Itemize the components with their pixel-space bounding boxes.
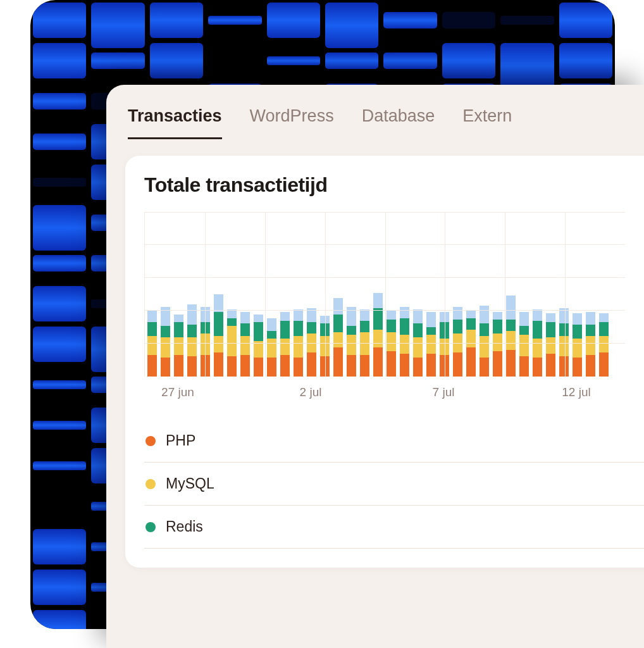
bar bbox=[426, 312, 436, 377]
legend-item-mysql[interactable]: MySQL bbox=[144, 463, 644, 506]
bar-segment-php bbox=[506, 350, 516, 377]
bar-segment-mysql bbox=[586, 336, 595, 355]
gridline-v bbox=[445, 213, 445, 377]
bar-segment-mysql bbox=[147, 336, 157, 355]
bar bbox=[493, 312, 502, 377]
bar-segment-redis bbox=[533, 321, 542, 339]
bar-segment-php bbox=[360, 355, 369, 377]
bar-segment-redis bbox=[426, 327, 436, 335]
bar-segment-external bbox=[387, 311, 396, 320]
bar-segment-external bbox=[400, 307, 409, 318]
bar-segment-external bbox=[519, 312, 529, 326]
bar-segment-mysql bbox=[533, 339, 542, 358]
bar bbox=[519, 312, 529, 377]
tab-wordpress[interactable]: WordPress bbox=[250, 106, 334, 139]
gridline-v bbox=[505, 213, 505, 377]
bar bbox=[387, 311, 396, 377]
bar-segment-mysql bbox=[187, 337, 197, 356]
bar bbox=[280, 312, 290, 377]
bar-segment-php bbox=[413, 358, 423, 377]
bar bbox=[161, 307, 170, 377]
bar bbox=[480, 306, 489, 377]
bar-segment-redis bbox=[453, 320, 462, 333]
bar-segment-external bbox=[506, 296, 516, 320]
bar-segment-redis bbox=[280, 321, 290, 339]
bar-segment-mysql bbox=[347, 335, 356, 355]
bar-segment-mysql bbox=[214, 336, 223, 352]
x-tick: 7 jul bbox=[433, 385, 455, 399]
bar-segment-redis bbox=[493, 320, 502, 333]
stage: TransactiesWordPressDatabaseExtern Total… bbox=[0, 0, 644, 648]
bar-segment-external bbox=[480, 306, 489, 323]
x-tick: 27 jun bbox=[161, 385, 194, 399]
bar-segment-external bbox=[493, 312, 502, 320]
bar-segment-mysql bbox=[466, 330, 476, 347]
bar-segment-mysql bbox=[519, 335, 529, 356]
bar bbox=[307, 308, 316, 377]
bar-segment-redis bbox=[519, 326, 529, 335]
main-panel: TransactiesWordPressDatabaseExtern Total… bbox=[106, 85, 644, 648]
bar-segment-redis bbox=[333, 315, 343, 332]
bar-segment-mysql bbox=[493, 333, 502, 351]
bar-segment-redis bbox=[294, 321, 303, 336]
bar-segment-external bbox=[333, 298, 343, 315]
bar-segment-redis bbox=[546, 322, 555, 337]
chart-card: Totale transactietijd 27 jun2 jul7 jul12… bbox=[125, 156, 644, 568]
bar bbox=[453, 307, 462, 377]
bar-segment-redis bbox=[174, 322, 183, 337]
bar-segment-php bbox=[546, 354, 555, 377]
bar bbox=[506, 296, 516, 377]
bar-segment-external bbox=[533, 309, 542, 321]
bar-segment-external bbox=[227, 309, 237, 318]
bar-segment-external bbox=[426, 312, 436, 327]
tab-database[interactable]: Database bbox=[362, 106, 435, 139]
bar-segment-mysql bbox=[294, 336, 303, 358]
bar-segment-external bbox=[373, 293, 383, 308]
bar-segment-php bbox=[307, 352, 316, 377]
bar-segment-external bbox=[147, 311, 157, 322]
bar-segment-external bbox=[280, 312, 290, 321]
bar-segment-external bbox=[267, 318, 276, 331]
tab-extern[interactable]: Extern bbox=[462, 106, 512, 139]
tab-transacties[interactable]: Transacties bbox=[128, 106, 222, 139]
bar-segment-mysql bbox=[161, 337, 170, 358]
bar-segment-php bbox=[586, 355, 595, 377]
legend-dot-icon bbox=[146, 479, 156, 489]
bar-segment-php bbox=[294, 358, 303, 377]
bar-segment-mysql bbox=[280, 339, 290, 355]
bar bbox=[546, 313, 555, 377]
bar-segment-php bbox=[227, 356, 237, 377]
bar-segment-php bbox=[533, 358, 542, 377]
bar-segment-mysql bbox=[426, 335, 436, 354]
bar-segment-redis bbox=[307, 322, 316, 333]
bar bbox=[573, 313, 582, 377]
bar-segment-mysql bbox=[360, 332, 369, 355]
gridline-v bbox=[565, 213, 566, 377]
bar-segment-redis bbox=[227, 318, 237, 326]
bar-segment-php bbox=[161, 358, 170, 377]
legend-item-redis[interactable]: Redis bbox=[144, 506, 644, 549]
bar-segment-php bbox=[347, 355, 356, 377]
bar-segment-php bbox=[174, 355, 183, 377]
bar-segment-external bbox=[187, 304, 197, 325]
bar-segment-redis bbox=[387, 320, 396, 332]
bar bbox=[254, 315, 263, 377]
legend-item-php[interactable]: PHP bbox=[144, 420, 644, 463]
bar-segment-redis bbox=[147, 322, 157, 336]
bar-segment-redis bbox=[214, 312, 223, 336]
bar-segment-php bbox=[373, 347, 383, 377]
bar-segment-mysql bbox=[174, 337, 183, 355]
bar-segment-external bbox=[413, 309, 423, 323]
bar bbox=[174, 315, 183, 377]
bar-segment-php bbox=[254, 358, 263, 377]
gridline-v bbox=[385, 213, 386, 377]
bar-segment-redis bbox=[586, 325, 595, 336]
bar-segment-redis bbox=[400, 318, 409, 335]
bar-segment-php bbox=[493, 351, 502, 377]
bar bbox=[267, 318, 276, 377]
bar-segment-mysql bbox=[559, 336, 569, 356]
bar-segment-external bbox=[586, 312, 595, 325]
bar-segment-php bbox=[480, 358, 489, 377]
bar-segment-redis bbox=[360, 321, 369, 332]
chart-title: Totale transactietijd bbox=[144, 173, 644, 197]
